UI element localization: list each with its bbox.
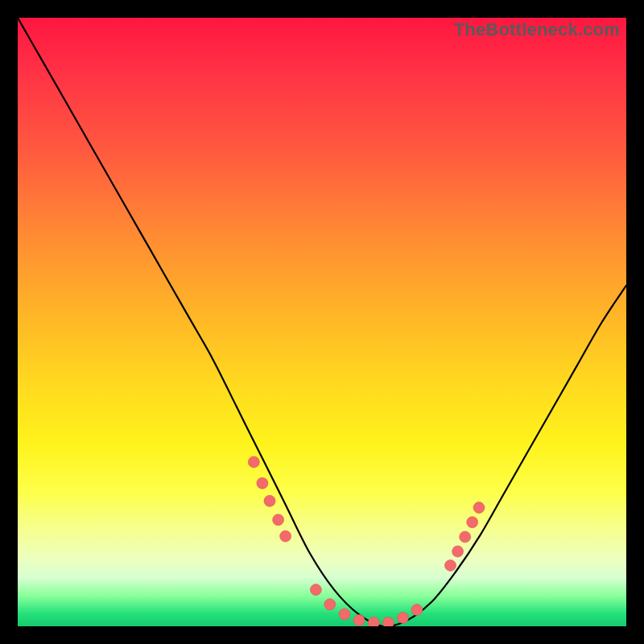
curve-marker bbox=[467, 517, 478, 528]
curve-marker bbox=[280, 530, 291, 542]
curve-marker bbox=[324, 599, 336, 610]
curve-marker bbox=[382, 617, 394, 627]
curve-marker bbox=[339, 609, 350, 620]
curve-marker bbox=[445, 559, 456, 571]
curve-marker bbox=[398, 612, 409, 623]
curve-marker bbox=[411, 605, 423, 616]
curve-marker bbox=[310, 584, 321, 596]
curve-marker bbox=[460, 531, 471, 543]
curve-marker bbox=[353, 614, 365, 625]
curve-marker bbox=[248, 456, 259, 468]
chart-stage: TheBottleneck.com bbox=[0, 0, 644, 644]
curve-markers bbox=[248, 456, 485, 626]
curve-marker bbox=[473, 502, 485, 514]
curve-marker bbox=[452, 546, 464, 557]
bottleneck-curve bbox=[18, 18, 626, 626]
curve-marker bbox=[264, 495, 275, 506]
curve-marker bbox=[257, 477, 268, 489]
plot-area: TheBottleneck.com bbox=[18, 18, 626, 626]
curve-marker bbox=[368, 617, 379, 627]
chart-overlay bbox=[18, 18, 626, 626]
curve-marker bbox=[273, 514, 284, 526]
